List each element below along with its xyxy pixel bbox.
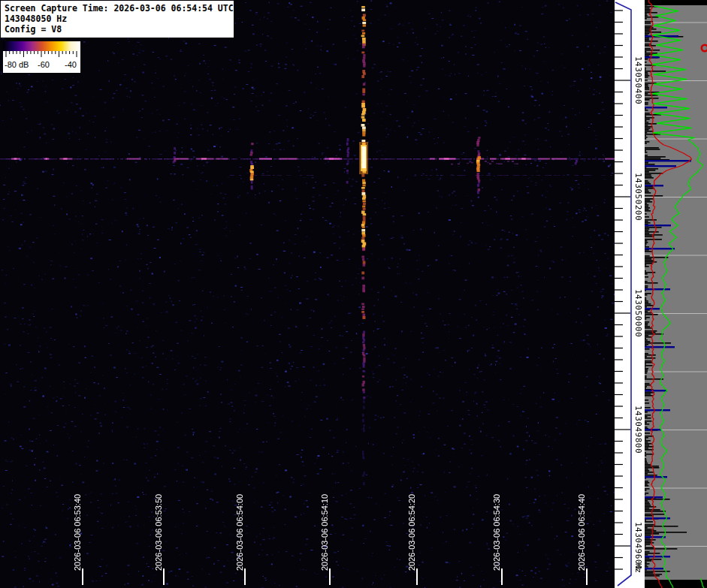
colorbar-label-60db: -60	[38, 60, 50, 69]
time-label: 2026-03-06 06:53:50	[153, 475, 164, 571]
colorbar-scale: -80 dB -60 -40	[3, 51, 80, 73]
time-tick-mark	[586, 568, 588, 585]
freq-label-143050000: 143050000	[633, 283, 644, 343]
capture-time-text: Screen Capture Time: 2026-03-06 06:54:54…	[5, 3, 230, 14]
center-frequency-text: 143048050 Hz	[5, 14, 230, 24]
time-label: 2026-03-06 06:54:20	[406, 475, 417, 571]
config-text: Config = V8	[5, 24, 230, 35]
spectrum-graph	[645, 0, 707, 588]
time-label: 2026-03-06 06:54:30	[491, 475, 502, 571]
time-tick-mark	[163, 568, 165, 585]
colorbar-label-80db: -80 dB	[5, 60, 29, 69]
colorbar-label-40db: -40	[65, 60, 77, 69]
time-tick-mark	[244, 568, 246, 585]
time-label: 2026-03-06 06:54:10	[319, 475, 330, 571]
capture-info-box: Screen Capture Time: 2026-03-06 06:54:54…	[1, 1, 234, 38]
waterfall-spectrogram	[0, 0, 615, 588]
time-tick-mark	[416, 568, 418, 585]
time-tick-mark	[501, 568, 503, 585]
colorbar-gradient	[3, 41, 80, 51]
freq-label-143049800: 143049800	[633, 400, 644, 460]
colorbar-labels: -80 dB -60 -40	[3, 58, 80, 71]
time-tick-mark	[329, 568, 331, 585]
time-tick-mark	[82, 568, 83, 585]
time-label: 2026-03-06 06:53:40	[72, 475, 83, 571]
intensity-colorbar: -80 dB -60 -40	[3, 41, 80, 73]
meteor-monitor-screen: Screen Capture Time: 2026-03-06 06:54:54…	[0, 0, 707, 588]
time-label: 2026-03-06 06:54:40	[576, 475, 587, 571]
freq-label-143050200: 143050200	[633, 167, 644, 227]
time-label: 2026-03-06 06:54:00	[234, 475, 245, 571]
frequency-unit-label: Hz	[633, 563, 644, 583]
freq-label-143050400: 143050400	[633, 50, 644, 110]
